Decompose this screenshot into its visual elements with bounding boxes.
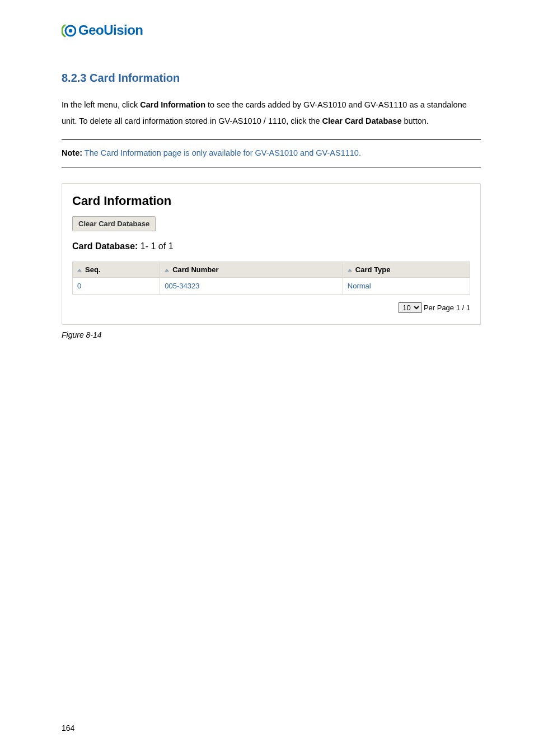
cell-card-number: 005-34323 xyxy=(160,278,343,295)
col-seq[interactable]: Seq. xyxy=(73,262,160,278)
para-text: button. xyxy=(401,116,428,125)
sort-asc-icon xyxy=(77,269,82,272)
card-table: Seq. Card Number Card Type 0 005-34323 N… xyxy=(72,262,470,295)
clear-card-database-button[interactable]: Clear Card Database xyxy=(72,216,156,231)
cell-card-type: Normal xyxy=(343,278,470,295)
logo-mark-icon xyxy=(62,23,76,38)
per-page-select[interactable]: 10 xyxy=(399,302,421,313)
body-paragraph: In the left menu, click Card Information… xyxy=(62,97,481,129)
section-heading: 8.2.3 Card Information xyxy=(62,72,481,85)
card-info-panel: Card Information Clear Card Database Car… xyxy=(62,183,481,325)
col-card-number[interactable]: Card Number xyxy=(160,262,343,278)
cell-seq: 0 xyxy=(73,278,160,295)
svg-point-1 xyxy=(69,29,72,32)
para-bold-clear-db: Clear Card Database xyxy=(322,116,402,125)
col-card-type[interactable]: Card Type xyxy=(343,262,470,278)
divider xyxy=(62,167,481,167)
pager: 10 Per Page 1 / 1 xyxy=(72,302,470,313)
table-row: 0 005-34323 Normal xyxy=(73,278,470,295)
figure-caption: Figure 8-14 xyxy=(62,330,481,339)
page-number: 164 xyxy=(62,724,74,732)
table-header-row: Seq. Card Number Card Type xyxy=(73,262,470,278)
brand-logo: GeoUision xyxy=(62,22,481,38)
note-label: Note: xyxy=(62,148,82,157)
pager-text: Per Page 1 / 1 xyxy=(421,304,470,312)
para-text: In the left menu, click xyxy=(62,100,140,109)
card-database-summary: Card Database: 1- 1 of 1 xyxy=(72,241,470,251)
col-seq-label: Seq. xyxy=(85,265,100,274)
col-num-label: Card Number xyxy=(172,265,218,274)
col-type-label: Card Type xyxy=(355,265,391,274)
card-database-label: Card Database: xyxy=(72,241,138,251)
note-text: The Card Information page is only availa… xyxy=(82,148,361,157)
panel-title: Card Information xyxy=(72,194,470,208)
note-line: Note: The Card Information page is only … xyxy=(62,146,481,160)
divider xyxy=(62,139,481,140)
para-bold-card-info: Card Information xyxy=(140,100,205,109)
sort-asc-icon xyxy=(165,269,169,272)
card-database-range: 1- 1 of 1 xyxy=(138,241,173,251)
sort-asc-icon xyxy=(348,269,352,272)
brand-name: GeoUision xyxy=(78,22,143,38)
